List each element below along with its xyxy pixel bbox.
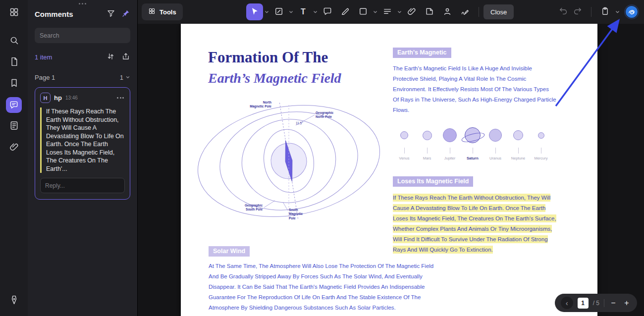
text-tool-button[interactable]: T <box>295 3 312 20</box>
tick-mark <box>450 148 450 154</box>
document-page[interactable]: Formation Of The Earth’s Magnetic Field <box>181 24 597 316</box>
outline-button[interactable] <box>0 115 28 137</box>
search-sidebar-button[interactable] <box>0 30 28 52</box>
panel-title: Comments <box>35 10 73 18</box>
shape-tool-dropdown[interactable] <box>372 3 378 20</box>
export-comments-button[interactable] <box>121 52 130 62</box>
filter-funnel-icon <box>107 9 115 19</box>
comments-panel: Comments 1 item <box>28 0 138 316</box>
label-north-magnetic-pole: North Magnetic Pole <box>242 101 271 109</box>
redo-button[interactable] <box>573 6 582 17</box>
document-canvas[interactable]: Formation Of The Earth’s Magnetic Field <box>138 24 644 316</box>
share-export-icon <box>121 52 130 62</box>
toolbar-divider <box>591 7 591 17</box>
search-icon <box>9 35 19 47</box>
apps-menu-button[interactable] <box>0 2 28 23</box>
paperclip-icon <box>407 6 417 18</box>
shape-tool-button[interactable] <box>355 3 372 20</box>
comment-tool-button[interactable] <box>319 3 336 20</box>
sticker-icon <box>425 6 434 18</box>
comment-more-options-button[interactable] <box>116 95 125 101</box>
current-page-input[interactable]: 1 <box>578 298 589 309</box>
planet-size-chart: Venus Mars Jupiter <box>393 126 552 160</box>
sort-comments-button[interactable] <box>106 52 115 62</box>
pager-divider <box>604 299 604 307</box>
planet-label: Uranus <box>489 156 501 160</box>
planet-label: Mercury <box>534 156 547 160</box>
planet-icon-mars <box>423 131 432 140</box>
highlighted-text: If These Rays Reach The Earth Without Ob… <box>393 194 556 254</box>
select-tool-button[interactable] <box>246 3 263 20</box>
pen-tool-button[interactable] <box>337 3 354 20</box>
tools-menu-button[interactable]: Tools <box>142 3 183 20</box>
stamp-tool-button[interactable] <box>439 3 456 20</box>
filter-comments-button[interactable] <box>107 9 115 19</box>
attachments-button[interactable] <box>0 137 28 158</box>
paragraph-solar-wind: At The Same Time, The Atmosphere Will Al… <box>209 261 435 313</box>
left-icon-rail <box>0 0 28 316</box>
highlight-tool-button[interactable] <box>270 3 287 20</box>
label-geographic-south-pole: Geographic South Pole <box>220 204 263 212</box>
total-pages-label: / 5 <box>593 300 599 307</box>
bookmarks-button[interactable] <box>0 73 28 94</box>
tools-icon <box>148 7 156 16</box>
tick-mark <box>541 148 541 154</box>
doc-right-column: Earth's Magnetic The Earth's Magnetic Fi… <box>393 48 556 255</box>
planet-label: Mars <box>423 156 431 160</box>
lines-tool-button[interactable] <box>379 3 396 20</box>
comment-quoted-text: If These Rays Reach The Earth Without Ob… <box>40 107 125 173</box>
comment-search-input[interactable] <box>40 32 125 39</box>
page-thumbnails-button[interactable] <box>0 52 28 73</box>
sticker-tool-button[interactable] <box>421 3 438 20</box>
outline-icon <box>9 120 19 132</box>
highlighted-paragraph[interactable]: If These Rays Reach The Earth Without Ob… <box>393 193 556 255</box>
text-tool-icon: T <box>301 7 306 16</box>
highlight-tool-dropdown[interactable] <box>288 3 294 20</box>
annotation-toolbar: Tools T <box>138 0 644 24</box>
edit-pen-icon <box>9 295 19 307</box>
chevron-down-icon <box>125 74 130 81</box>
comments-sidebar-button[interactable] <box>0 94 28 115</box>
tick-mark <box>518 148 519 154</box>
bookmark-icon <box>9 78 19 90</box>
heading-earths-magnetic: Earth's Magnetic <box>393 48 451 58</box>
comment-card[interactable]: H hp 13:46 If These Rays Reach The Earth… <box>35 87 130 200</box>
clipboard-dropdown[interactable] <box>614 3 621 20</box>
close-button[interactable]: Close <box>483 4 514 19</box>
magnetic-field-diagram: North Magnetic Pole Geographic North Pol… <box>191 98 399 247</box>
planet-column-neptune: Neptune <box>507 126 530 160</box>
zoom-in-button[interactable]: + <box>622 299 631 308</box>
comment-count: 1 item <box>35 53 52 61</box>
planet-column-uranus: Uranus <box>484 126 507 160</box>
undo-button[interactable] <box>559 6 568 17</box>
ai-assistant-icon <box>625 5 638 18</box>
comments-icon <box>6 97 22 113</box>
comment-reply-input[interactable] <box>40 178 125 193</box>
panel-drag-handle[interactable] <box>28 0 137 7</box>
pin-panel-button[interactable] <box>121 9 130 19</box>
ai-assistant-button[interactable] <box>625 5 638 18</box>
page-group-collapse-button[interactable]: 1 <box>120 74 130 81</box>
comment-search-box <box>35 28 130 43</box>
planet-label: Jupiter <box>444 156 456 160</box>
edit-mode-button[interactable] <box>0 290 28 311</box>
lines-tool-dropdown[interactable] <box>396 3 403 20</box>
label-south-magnetic-pole: South Magnetic Pole <box>289 208 303 220</box>
zoom-out-button[interactable]: − <box>609 299 618 308</box>
highlight-area-icon <box>274 6 284 18</box>
clipboard-button[interactable] <box>600 6 610 17</box>
text-tool-dropdown[interactable] <box>312 3 319 20</box>
redo-icon <box>573 6 582 17</box>
planet-icon-mercury <box>538 132 544 139</box>
rectangle-shape-icon <box>358 6 368 18</box>
comment-timestamp: 13:46 <box>65 95 78 101</box>
select-tool-dropdown[interactable] <box>264 3 270 20</box>
tools-button-label: Tools <box>160 8 176 16</box>
planet-icon-jupiter <box>443 128 457 142</box>
previous-page-button[interactable]: ‹ <box>561 297 573 309</box>
planet-column-mercury: Mercury <box>530 126 552 160</box>
signature-tool-button[interactable] <box>457 3 474 20</box>
tick-mark <box>404 148 405 154</box>
clipboard-icon <box>600 6 610 17</box>
attach-file-button[interactable] <box>403 3 420 20</box>
